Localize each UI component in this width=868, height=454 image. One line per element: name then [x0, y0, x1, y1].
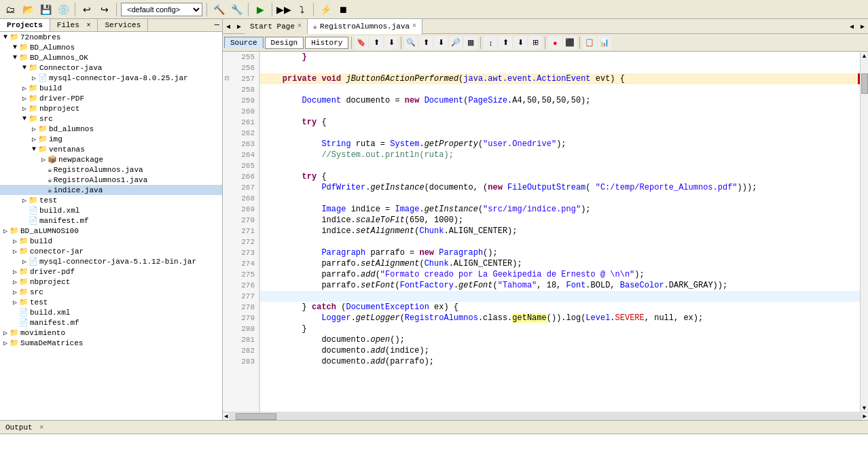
save-btn[interactable]: 💾 [38, 2, 53, 17]
tree-item[interactable]: ☕RegistroAlumnos1.java [0, 175, 222, 185]
code-line[interactable]: } [260, 324, 860, 334]
tree-item[interactable]: ▷📁test [0, 297, 222, 307]
next-bookmark-btn[interactable]: ⬇ [384, 36, 398, 50]
prev-bookmark-btn[interactable]: ⬆ [369, 36, 383, 50]
tree-item[interactable]: ▷📁BD_aLUMNOS100 [0, 226, 222, 236]
code-line[interactable]: } [260, 52, 860, 63]
tree-item[interactable]: ▼📁72nombres [0, 32, 222, 42]
expand-all-btn[interactable]: ⊞ [528, 36, 542, 50]
tree-item[interactable]: ▷📁bd_alumnos [0, 124, 222, 134]
redo-btn[interactable]: ↪ [97, 2, 112, 17]
find-prev-btn[interactable]: ⬆ [419, 36, 433, 50]
tree-item[interactable]: ▷📁build [0, 83, 222, 93]
tree-item[interactable]: ▷📁driver-pdf [0, 266, 222, 277]
files-tab-close[interactable]: × [86, 22, 90, 29]
tree-item[interactable]: ▷📁movimiento [0, 328, 222, 338]
code-line[interactable]: indice.scaleToFit(650, 1000); [260, 215, 860, 226]
tab-prev-btn[interactable]: ◀ [223, 19, 234, 34]
tree-item[interactable]: ▼📁Connector-java [0, 63, 222, 73]
tree-item[interactable]: ☕indice.java [0, 185, 222, 195]
code-line[interactable] [260, 291, 860, 302]
tree-item[interactable]: 📄manifest.mf [0, 215, 222, 226]
tree-item[interactable]: ▼📁src [0, 114, 222, 124]
save-all-btn[interactable]: 💿 [56, 2, 71, 17]
tree-item[interactable]: 📄manifest.mf [0, 317, 222, 328]
step-btn[interactable]: ⬛ [563, 36, 577, 50]
breakpoint-btn[interactable]: ● [548, 36, 562, 50]
output-tab[interactable]: Output × [0, 422, 49, 433]
step-over-btn[interactable]: ⤵ [294, 2, 309, 17]
vscroll-thumb[interactable] [861, 73, 868, 94]
find-next-btn[interactable]: ⬇ [434, 36, 448, 50]
code-line[interactable] [260, 63, 860, 73]
shift-line-down-btn[interactable]: ⬇ [513, 36, 527, 50]
fold-marker[interactable]: ⊟ [223, 73, 231, 84]
hscroll-left-btn[interactable]: ◀ [223, 413, 229, 420]
registro-alumnos-tab-close[interactable]: × [412, 22, 416, 30]
tree-item[interactable]: ▷📦newpackage [0, 154, 222, 164]
history-view-tab[interactable]: History [305, 37, 348, 49]
services-tab[interactable]: Services [98, 19, 148, 31]
code-line[interactable] [260, 84, 860, 95]
code-line[interactable]: } catch (DocumentException ex) { [260, 302, 860, 313]
code-line[interactable] [260, 106, 860, 117]
tree-item[interactable]: ▷📁driver-PDF [0, 93, 222, 103]
config-dropdown[interactable]: <default config> [121, 3, 202, 16]
debug-run-btn[interactable]: ▶▶ [276, 2, 291, 17]
select-code-btn[interactable]: ▦ [464, 36, 477, 50]
code-line[interactable]: //System.out.println(ruta); [260, 150, 860, 160]
task-btn[interactable]: 📋 [583, 36, 596, 50]
code-line[interactable]: indice.setAlignment(Chunk.ALIGN_CENTER); [260, 226, 860, 237]
code-line[interactable]: documento.add(parrafo); [260, 356, 860, 367]
run-btn[interactable]: ▶ [253, 2, 268, 17]
code-line[interactable]: documento.add(indice); [260, 345, 860, 356]
code-line[interactable]: documento.open(); [260, 334, 860, 345]
tree-item[interactable]: ▷📁nbproject [0, 103, 222, 114]
vscroll-down-btn[interactable]: ▼ [863, 405, 866, 412]
code-line[interactable] [260, 237, 860, 247]
toggle-line-btn[interactable]: ↕ [484, 36, 497, 50]
tree-item[interactable]: 📄build.xml [0, 205, 222, 215]
tree-item[interactable]: ▷📁img [0, 134, 222, 144]
code-line[interactable]: Paragraph parrafo = new Paragraph(); [260, 247, 860, 258]
code-line[interactable]: private void jButton6ActionPerformed(jav… [260, 73, 860, 84]
tree-item[interactable]: ▷📁src [0, 287, 222, 297]
tree-item[interactable]: ▷📁nbproject [0, 277, 222, 287]
metrics-btn[interactable]: 📊 [598, 36, 611, 50]
tree-item[interactable]: ▷📄mysql-connector-java-5.1.12-bin.jar [0, 256, 222, 266]
search-btn[interactable]: 🔍 [404, 36, 418, 50]
clean-build-btn[interactable]: 🔧 [229, 2, 244, 17]
registro-alumnos-tab[interactable]: ☕ RegistroAlumnos.java × [308, 19, 422, 34]
tree-item[interactable]: ▼📁ventanas [0, 144, 222, 154]
hscroll-thumb[interactable] [236, 413, 276, 420]
new-project-btn[interactable]: 🗂 [3, 2, 18, 17]
tree-item[interactable]: 📄build.xml [0, 307, 222, 317]
tab-scroll-left[interactable]: ◀ [846, 19, 857, 34]
code-line[interactable]: Image indice = Image.getInstance("src/im… [260, 204, 860, 215]
tab-next-btn[interactable]: ▶ [234, 19, 245, 34]
start-page-tab[interactable]: Start Page × [245, 19, 308, 34]
tree-item[interactable]: ▼📁BD_Alumnos [0, 42, 222, 52]
tab-scroll-right[interactable]: ▶ [857, 19, 868, 34]
build-btn[interactable]: 🔨 [211, 2, 226, 17]
tree-item[interactable]: ▷📄mysql-connector-java-8.0.25.jar [0, 73, 222, 83]
code-content[interactable]: } private void jButton6ActionPerformed(j… [260, 52, 860, 412]
tree-item[interactable]: ▷📁conector-jar [0, 246, 222, 256]
toggle-find-bar-btn[interactable]: 🔎 [449, 36, 463, 50]
code-line[interactable]: Document documento = new Document(PageSi… [260, 95, 860, 106]
code-line[interactable]: String ruta = System.getProperty("user.O… [260, 139, 860, 150]
code-line[interactable] [260, 160, 860, 171]
code-line[interactable]: try { [260, 171, 860, 182]
code-line[interactable]: parrafo.setAlignment(Chunk.ALIGN_CENTER)… [260, 258, 860, 269]
toggle-bookmark-btn[interactable]: 🔖 [355, 36, 368, 50]
hscroll-right-btn[interactable]: ▶ [862, 413, 868, 420]
output-tab-close[interactable]: × [39, 424, 43, 432]
tree-item[interactable]: ▼📁BD_Alumnos_OK [0, 52, 222, 63]
open-btn[interactable]: 📂 [20, 2, 35, 17]
code-line[interactable] [260, 193, 860, 204]
start-page-tab-close[interactable]: × [297, 22, 302, 30]
design-view-tab[interactable]: Design [265, 37, 304, 49]
projects-tab[interactable]: Projects [0, 19, 50, 31]
close-left-panel-btn[interactable]: — [215, 20, 219, 30]
code-line[interactable]: Logger.getLogger(RegistroAlumnos.class.g… [260, 313, 860, 324]
